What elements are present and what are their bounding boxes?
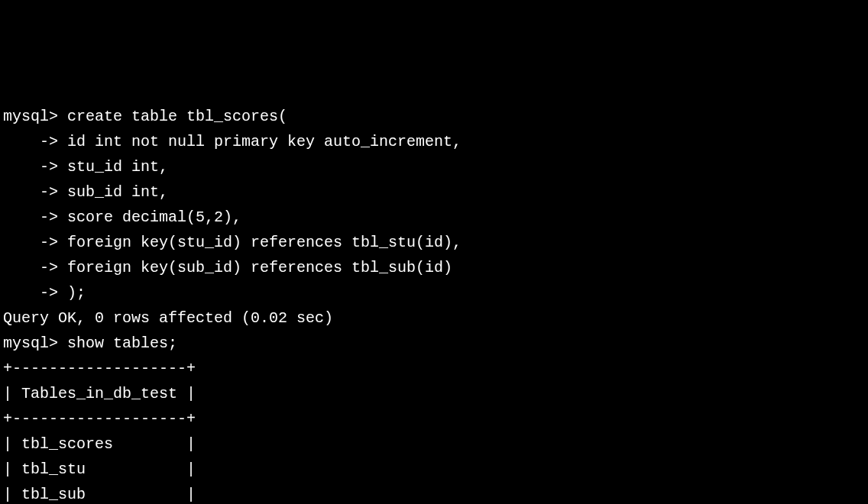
terminal-line: | tbl_stu |: [3, 457, 865, 482]
terminal-line: mysql> show tables;: [3, 331, 865, 356]
terminal-line: -> foreign key(sub_id) references tbl_su…: [3, 255, 865, 280]
terminal-line: -> stu_id int,: [3, 154, 865, 179]
terminal-line: +-------------------+: [3, 356, 865, 381]
terminal-line: | Tables_in_db_test |: [3, 381, 865, 406]
terminal-line: Query OK, 0 rows affected (0.02 sec): [3, 305, 865, 331]
terminal-line: mysql> create table tbl_scores(: [3, 104, 865, 129]
terminal-line: -> id int not null primary key auto_incr…: [3, 129, 865, 154]
terminal-output[interactable]: mysql> create table tbl_scores( -> id in…: [3, 104, 865, 504]
terminal-line: -> score decimal(5,2),: [3, 205, 865, 230]
terminal-line: | tbl_sub |: [3, 482, 865, 504]
terminal-line: -> foreign key(stu_id) references tbl_st…: [3, 230, 865, 255]
terminal-line: +-------------------+: [3, 406, 865, 431]
terminal-line: | tbl_scores |: [3, 431, 865, 457]
terminal-line: -> sub_id int,: [3, 179, 865, 205]
terminal-line: -> );: [3, 280, 865, 305]
